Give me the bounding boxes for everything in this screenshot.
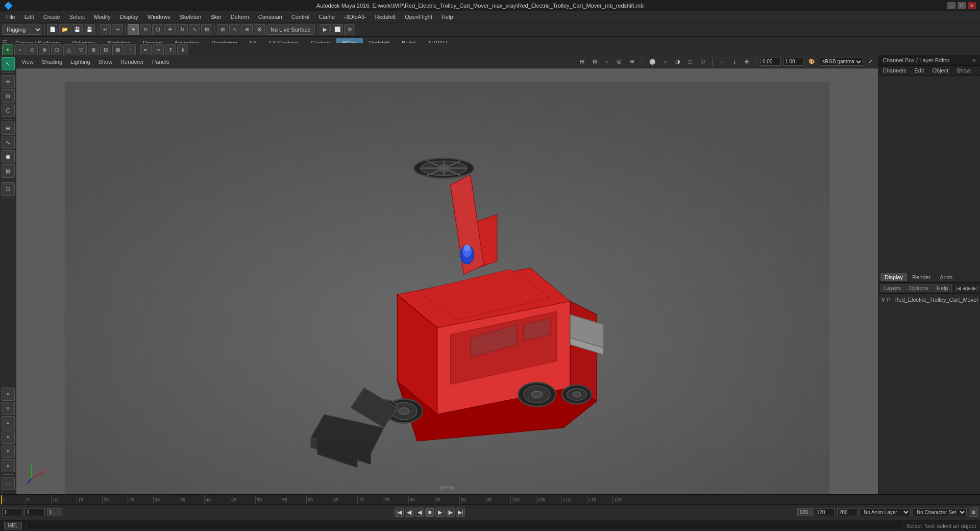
snap-curve-btn[interactable]: ∿ (229, 24, 240, 35)
viewport-shading-menu[interactable]: Shading (39, 57, 65, 66)
close-button[interactable]: ✕ (968, 2, 976, 9)
play-start-input[interactable] (24, 508, 45, 516)
shelf-icon12[interactable]: ⇤ (140, 44, 152, 56)
current-frame-input[interactable] (2, 508, 22, 516)
channel-box-close[interactable]: ✕ (972, 58, 976, 63)
menu-openflight[interactable]: OpenFlight (401, 13, 436, 21)
range-start[interactable] (47, 508, 62, 516)
shelf-icon14[interactable]: ⇑ (165, 44, 176, 56)
layer-ref-toggle[interactable]: P (887, 297, 891, 303)
viewport-icon3[interactable]: ○ (602, 57, 612, 66)
goto-start-btn[interactable]: |◀ (395, 508, 404, 517)
menu-constrain[interactable]: Constrain (254, 13, 286, 21)
play-end-input[interactable] (815, 508, 835, 516)
shelf-icon9[interactable]: ⊟ (100, 44, 111, 56)
stop-btn[interactable]: ■ (425, 508, 434, 517)
time-ruler[interactable]: 1 5 10 15 20 25 30 35 40 45 50 55 60 65 … (0, 495, 980, 505)
tool-layer4[interactable]: ≡ (2, 430, 15, 444)
viewport-icon2[interactable]: ⊠ (590, 57, 600, 66)
menu-skeleton[interactable]: Skeleton (175, 13, 205, 21)
tool-layer1[interactable]: ≡ (2, 388, 15, 401)
step-fwd-btn[interactable]: |▶ (446, 508, 455, 517)
viewport-panels-menu[interactable]: Panels (149, 57, 173, 66)
tool-mesh[interactable]: ⬢ (2, 150, 15, 163)
minimize-button[interactable]: _ (947, 2, 955, 9)
range-end[interactable] (797, 508, 813, 516)
viewport-icon12[interactable]: ↕ (730, 57, 740, 66)
select-btn[interactable]: ✦ (128, 24, 139, 35)
options-tab[interactable]: Options (905, 284, 932, 292)
exposure-input[interactable] (761, 58, 781, 66)
tool-select[interactable]: ↖ (2, 57, 15, 70)
layer-nav-prev[interactable]: ◀ (962, 285, 966, 291)
viewport-icon4[interactable]: ◎ (614, 57, 625, 66)
snap-point-btn[interactable]: ⊕ (241, 24, 253, 35)
viewport-icon5[interactable]: ⊕ (627, 57, 638, 66)
save-btn[interactable]: 💾 (71, 24, 83, 35)
tool-layer3[interactable]: ≡ (2, 416, 15, 429)
rotate-btn[interactable]: ↻ (177, 24, 188, 35)
layer-nav-next[interactable]: ▶ (967, 285, 971, 291)
viewport-show-menu[interactable]: Show (95, 57, 116, 66)
tab-render[interactable]: Render (908, 273, 935, 281)
playback-options-btn[interactable]: ⚙ (969, 508, 978, 517)
viewport-view-menu[interactable]: View (18, 57, 37, 66)
tab-edit[interactable]: Edit (910, 66, 928, 75)
render-view-btn[interactable]: ▶ (320, 24, 331, 35)
gamma-input[interactable] (783, 58, 803, 66)
anim-layer-dropdown[interactable]: No Anim Layer (860, 508, 911, 516)
shelf-icon13[interactable]: ⇥ (153, 44, 164, 56)
tool-lasso[interactable]: ⊙ (2, 89, 15, 103)
snap-view-btn[interactable]: ⊠ (254, 24, 265, 35)
tool-more[interactable]: ⋯ (2, 477, 15, 490)
menu-create[interactable]: Create (39, 13, 64, 21)
tool-deform[interactable]: ⊞ (2, 164, 15, 178)
ipr-btn[interactable]: ⬜ (332, 24, 343, 35)
viewport-renderer-menu[interactable]: Renderer (117, 57, 147, 66)
tool-snap[interactable]: ⊕ (2, 122, 15, 135)
move-btn[interactable]: ✛ (164, 24, 176, 35)
viewport-icon8[interactable]: ◑ (672, 57, 683, 66)
tool-paint[interactable]: ⬡ (2, 104, 15, 117)
tool-curve[interactable]: ∿ (2, 136, 15, 149)
shelf-icon10[interactable]: ⊠ (112, 44, 124, 56)
play-back-btn[interactable]: ◀ (415, 508, 424, 517)
menu-cache[interactable]: Cache (314, 13, 339, 21)
play-btn[interactable]: ▶ (435, 508, 445, 517)
viewport-icon9[interactable]: □ (685, 57, 695, 66)
open-file-btn[interactable]: 📂 (59, 24, 70, 35)
menu-edit[interactable]: Edit (20, 13, 38, 21)
shelf-icon15[interactable]: ⇓ (177, 44, 188, 56)
undo-btn[interactable]: ↩ (100, 24, 111, 35)
viewport-expand-btn[interactable]: ⤢ (865, 57, 876, 66)
layers-tab[interactable]: Layers (880, 284, 904, 292)
tab-display[interactable]: Display (880, 273, 907, 281)
character-set-dropdown[interactable]: No Character Set (913, 508, 967, 516)
color-profile-dropdown[interactable]: sRGB gamma (820, 58, 863, 66)
tool-layer6[interactable]: ≡ (2, 459, 15, 472)
help-tab[interactable]: Help (933, 284, 952, 292)
menu-deform[interactable]: Deform (227, 13, 253, 21)
tab-show[interactable]: Show (952, 66, 975, 75)
tool-move[interactable]: ✛ (2, 75, 15, 88)
viewport-icon13[interactable]: ⊞ (741, 57, 752, 66)
shelf-icon2[interactable]: ○ (14, 44, 26, 56)
tool-box[interactable]: □ (2, 182, 15, 196)
tool-layer2[interactable]: ≡ (2, 402, 15, 415)
layer-nav-first[interactable]: |◀ (956, 285, 962, 291)
mode-dropdown[interactable]: Rigging Animation Modeling (2, 25, 42, 35)
render-settings-btn[interactable]: ⚙ (344, 24, 355, 35)
command-input[interactable] (26, 522, 902, 530)
menu-display[interactable]: Display (116, 13, 142, 21)
viewport-icon7[interactable]: ○ (660, 57, 670, 66)
menu-modify[interactable]: Modify (90, 13, 114, 21)
main-viewport[interactable]: View Shading Lighting Show Renderer Pane… (16, 55, 878, 494)
menu-windows[interactable]: Windows (143, 13, 175, 21)
paint-btn[interactable]: ⬡ (152, 24, 163, 35)
layer-vis-toggle[interactable]: V (881, 297, 885, 303)
viewport-icon1[interactable]: ⊞ (577, 57, 587, 66)
viewport-icon6[interactable]: ⬤ (646, 57, 658, 66)
menu-file[interactable]: File (2, 13, 19, 21)
tab-anim[interactable]: Anim (936, 273, 957, 281)
redo-btn[interactable]: ↪ (112, 24, 123, 35)
